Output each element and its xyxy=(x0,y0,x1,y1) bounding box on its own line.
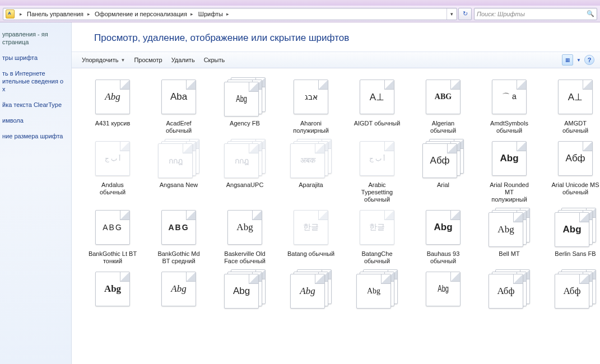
sidebar-link[interactable]: ть в Интернете ительные сведения о х xyxy=(2,69,67,93)
preview-button[interactable]: Просмотр xyxy=(129,52,166,68)
font-item[interactable]: Abg xyxy=(345,266,409,326)
font-label xyxy=(442,312,444,326)
font-item[interactable]: AbgBauhaus 93 обычный xyxy=(411,204,475,265)
font-item[interactable]: AbgAgency FB xyxy=(213,74,277,134)
font-sample: Abg xyxy=(434,222,452,233)
font-item[interactable]: أ ب جArabic Typesetting обычный xyxy=(345,136,409,203)
font-sample: Abg xyxy=(171,283,186,295)
font-sample: Abg xyxy=(497,224,514,235)
font-item[interactable]: AbgBell MT xyxy=(477,204,541,265)
font-label: BankGothic Md BT средний xyxy=(156,250,201,265)
font-sample: ABG xyxy=(103,223,123,232)
view-icon: ▦ xyxy=(565,57,570,63)
font-label: Arial xyxy=(436,181,450,196)
font-item[interactable]: ABGAlgerian обычный xyxy=(411,74,475,134)
font-item[interactable]: 한글Batang обычный xyxy=(279,204,343,265)
font-item[interactable]: ABGBankGothic Lt BT тонкий xyxy=(81,204,145,265)
chevron-right-icon[interactable]: ▸ xyxy=(17,8,25,20)
font-thumbnail: Abg xyxy=(489,208,530,247)
font-label: Bauhaus 93 обычный xyxy=(426,250,461,265)
font-item[interactable]: AbgA431 курсив xyxy=(81,74,145,134)
font-item[interactable]: กกฎAngsana New xyxy=(147,136,211,203)
font-thumbnail: กกฎ xyxy=(224,139,266,178)
font-sample: Abg xyxy=(236,94,247,105)
sidebar-link[interactable]: тры шрифта xyxy=(2,54,67,62)
breadcrumb-item[interactable]: Шрифты xyxy=(196,8,224,20)
font-label: AcadEref обычный xyxy=(165,120,193,134)
chevron-right-icon[interactable]: ▸ xyxy=(188,8,196,20)
font-item[interactable]: Абф xyxy=(477,266,541,326)
chevron-right-icon[interactable]: ▸ xyxy=(224,8,232,20)
font-item[interactable]: AbaAcadEref обычный xyxy=(147,74,211,134)
font-label xyxy=(574,312,576,326)
font-item[interactable]: अबकAparajita xyxy=(279,136,343,203)
view-dropdown[interactable]: ▼ xyxy=(575,54,582,66)
font-item[interactable]: Абф xyxy=(543,266,600,326)
font-item[interactable]: AbgBerlin Sans FB xyxy=(543,204,600,265)
delete-button[interactable]: Удалить xyxy=(167,52,199,68)
view-options-button[interactable]: ▦ xyxy=(562,54,573,66)
chevron-right-icon[interactable]: ▸ xyxy=(85,8,92,20)
font-item[interactable]: АбфArial Unicode MS обычный xyxy=(543,136,600,203)
font-label xyxy=(244,312,246,326)
breadcrumb-item[interactable]: Панель управления xyxy=(25,8,85,20)
refresh-button[interactable]: ↻ xyxy=(458,8,472,20)
font-label: AngsanaUPC xyxy=(225,181,265,196)
help-button[interactable]: ? xyxy=(584,55,594,65)
font-thumbnail: ABG xyxy=(158,208,199,247)
font-thumbnail: Abg xyxy=(224,77,266,116)
search-placeholder: Поиск: Шрифты xyxy=(477,11,525,17)
font-item[interactable]: אבגAharoni полужирный xyxy=(279,74,343,134)
font-item[interactable]: ABGBankGothic Md BT средний xyxy=(147,204,211,265)
font-sample: A⊥ xyxy=(370,91,384,103)
page-title: Просмотр, удаление, отображение или скры… xyxy=(72,22,600,52)
font-thumbnail: 한글 xyxy=(290,208,332,247)
font-label: Angsana New xyxy=(159,181,199,196)
font-item[interactable]: Abg xyxy=(213,266,277,326)
font-thumbnail: Abg xyxy=(290,269,332,309)
font-grid-scroll[interactable]: AbgA431 курсивAbaAcadEref обычныйAbgAgen… xyxy=(72,68,600,364)
font-thumbnail: Абф xyxy=(422,139,464,178)
font-item[interactable]: Abg xyxy=(279,266,343,326)
font-thumbnail: Abg xyxy=(158,269,199,309)
font-label: Berlin Sans FB xyxy=(554,250,597,265)
font-thumbnail: กกฎ xyxy=(158,139,199,178)
font-thumbnail: Abg xyxy=(555,208,596,247)
font-thumbnail: Abg xyxy=(422,269,464,309)
font-item[interactable]: AbgBaskerville Old Face обычный xyxy=(213,204,277,265)
font-item[interactable]: A⊥AMGDT обычный xyxy=(543,74,600,134)
font-label: Andalus обычный xyxy=(99,181,127,196)
font-label xyxy=(376,312,378,326)
sidebar-link[interactable]: имвола xyxy=(2,116,67,124)
main-panel: Просмотр, удаление, отображение или скры… xyxy=(72,22,600,364)
address-dropdown[interactable]: ▾ xyxy=(446,8,457,20)
font-sample: أ ب ج xyxy=(105,155,120,163)
font-item[interactable]: ⌒ aAmdtSymbols обычный xyxy=(477,74,541,134)
font-item[interactable]: AbgArial Rounded MT полужирный xyxy=(477,136,541,203)
font-item[interactable]: أ ب جAndalus обычный xyxy=(81,136,145,203)
sidebar: управления - яя страница тры шрифта ть в… xyxy=(0,22,72,364)
font-sample: Абф xyxy=(497,286,514,297)
font-item[interactable]: Abg xyxy=(147,266,211,326)
font-item[interactable]: АбфArial xyxy=(411,136,475,203)
font-item[interactable]: Abg xyxy=(411,266,475,326)
organize-button[interactable]: Упорядочить ▼ xyxy=(77,52,129,68)
font-sample: Abg xyxy=(105,91,120,102)
font-item[interactable]: กกฎAngsanaUPC xyxy=(213,136,277,203)
sidebar-link[interactable]: ние размера шрифта xyxy=(2,132,67,140)
font-sample: 한글 xyxy=(369,222,385,232)
font-thumbnail: Абф xyxy=(555,269,596,309)
hide-button[interactable]: Скрыть xyxy=(199,52,230,68)
search-icon: 🔍 xyxy=(587,10,594,17)
font-item[interactable]: 한글BatangChe обычный xyxy=(345,204,409,265)
sidebar-link[interactable]: йка текста ClearType xyxy=(2,101,67,109)
breadcrumb-item[interactable]: Оформление и персонализация xyxy=(92,8,188,20)
chevron-down-icon: ▼ xyxy=(576,58,581,63)
font-thumbnail: Abg xyxy=(422,208,464,247)
font-item[interactable]: A⊥AIGDT обычный xyxy=(345,74,409,134)
font-item[interactable]: Abg xyxy=(81,266,145,326)
font-sample: अबक xyxy=(300,156,315,165)
breadcrumb-bar[interactable]: ▸ Панель управления ▸ Оформление и персо… xyxy=(3,8,457,20)
search-input[interactable]: Поиск: Шрифты 🔍 xyxy=(474,8,597,20)
font-label xyxy=(508,312,510,326)
